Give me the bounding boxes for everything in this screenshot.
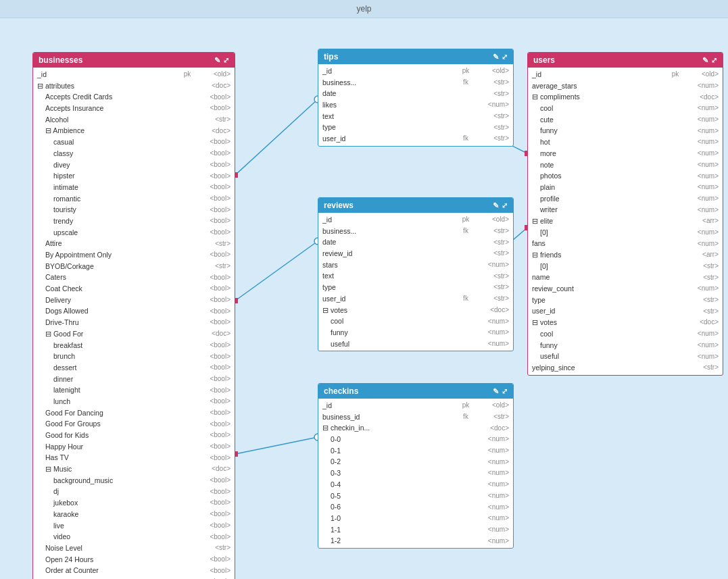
table-row[interactable]: Drive-Thru<bool> bbox=[33, 317, 235, 328]
table-row[interactable]: touristy<bool> bbox=[33, 204, 235, 216]
table-row[interactable]: dj<bool> bbox=[33, 486, 235, 497]
table-row[interactable]: average_stars<num> bbox=[528, 80, 723, 92]
table-row[interactable]: Caters<bool> bbox=[33, 272, 235, 283]
table-row[interactable]: 0-6<num> bbox=[318, 501, 513, 513]
table-row[interactable]: _idpk<old> bbox=[318, 400, 513, 411]
table-row[interactable]: Order at Counter<bool> bbox=[33, 565, 235, 576]
table-row[interactable]: text<str> bbox=[318, 270, 513, 282]
table-row[interactable]: ⊟ Ambience<doc> bbox=[33, 125, 235, 136]
table-row[interactable]: name<str> bbox=[528, 272, 723, 283]
table-row[interactable]: user_idfk<str> bbox=[318, 133, 513, 145]
table-row[interactable]: Noise Level<str> bbox=[33, 543, 235, 554]
table-row[interactable]: type<str> bbox=[318, 282, 513, 293]
table-row[interactable]: cool<num> bbox=[528, 103, 723, 114]
table-row[interactable]: casual<bool> bbox=[33, 136, 235, 148]
table-row[interactable]: upscale<bool> bbox=[33, 227, 235, 238]
table-row[interactable]: useful<num> bbox=[318, 338, 513, 350]
edit-icon[interactable]: ✎ bbox=[702, 56, 708, 65]
table-row[interactable]: Good For Dancing<bool> bbox=[33, 407, 235, 419]
table-row[interactable]: business...fk<str> bbox=[318, 77, 513, 89]
table-row[interactable]: dessert<bool> bbox=[33, 362, 235, 374]
table-row[interactable]: likes<num> bbox=[318, 99, 513, 111]
table-row[interactable]: 0-0<num> bbox=[318, 434, 513, 445]
table-row[interactable]: Has TV<bool> bbox=[33, 452, 235, 463]
table-row[interactable]: type<str> bbox=[318, 122, 513, 133]
table-row[interactable]: lunch<bool> bbox=[33, 396, 235, 407]
expand-icon[interactable]: ⤢ bbox=[502, 201, 508, 210]
table-row[interactable]: trendy<bool> bbox=[33, 216, 235, 227]
table-row[interactable]: intimate<bool> bbox=[33, 182, 235, 193]
table-header-checkins[interactable]: checkins✎⤢ bbox=[318, 384, 513, 399]
table-row[interactable]: brunch<bool> bbox=[33, 351, 235, 362]
table-row[interactable]: _idpk<old> bbox=[528, 69, 723, 80]
table-header-users[interactable]: users✎⤢ bbox=[528, 53, 723, 68]
table-row[interactable]: yelping_since<str> bbox=[528, 362, 723, 374]
table-header-businesses[interactable]: businesses✎⤢ bbox=[33, 53, 235, 68]
expand-icon[interactable]: ⤢ bbox=[711, 56, 717, 65]
table-row[interactable]: latenight<bool> bbox=[33, 384, 235, 396]
table-row[interactable]: Alcohol<str> bbox=[33, 114, 235, 126]
table-row[interactable]: Coat Check<bool> bbox=[33, 283, 235, 295]
table-row[interactable]: live<bool> bbox=[33, 520, 235, 532]
table-row[interactable]: ⊟ Music<doc> bbox=[33, 463, 235, 475]
table-row[interactable]: user_idfk<str> bbox=[318, 293, 513, 305]
table-row[interactable]: Happy Hour<bool> bbox=[33, 441, 235, 453]
expand-icon[interactable]: ⤢ bbox=[223, 56, 229, 65]
table-row[interactable]: ⊟ votes<doc> bbox=[318, 305, 513, 316]
table-row[interactable]: Open 24 Hours<bool> bbox=[33, 554, 235, 565]
table-row[interactable]: text<str> bbox=[318, 111, 513, 122]
table-row[interactable]: Accepts Credit Cards<bool> bbox=[33, 91, 235, 103]
table-row[interactable]: _idpk<old> bbox=[318, 214, 513, 226]
table-row[interactable]: _idpk<old> bbox=[33, 69, 235, 80]
edit-icon[interactable]: ✎ bbox=[214, 56, 220, 65]
table-row[interactable]: cool<num> bbox=[528, 328, 723, 340]
expand-icon[interactable]: ⤢ bbox=[502, 387, 508, 396]
table-row[interactable]: breakfast<bool> bbox=[33, 340, 235, 351]
table-row[interactable]: cool<num> bbox=[318, 316, 513, 327]
table-row[interactable]: [0]<num> bbox=[528, 227, 723, 238]
table-row[interactable]: divey<bool> bbox=[33, 159, 235, 171]
table-row[interactable]: 1-0<num> bbox=[318, 513, 513, 524]
table-row[interactable]: By Appointment Only<bool> bbox=[33, 249, 235, 261]
table-row[interactable]: business...fk<str> bbox=[318, 226, 513, 237]
table-row[interactable]: jukebox<bool> bbox=[33, 497, 235, 509]
table-row[interactable]: 0-3<num> bbox=[318, 468, 513, 479]
table-row[interactable]: useful<num> bbox=[528, 351, 723, 362]
table-row[interactable]: ⊟ friends<arr> bbox=[528, 249, 723, 261]
table-header-tips[interactable]: tips✎⤢ bbox=[318, 49, 513, 64]
table-row[interactable]: business_idfk<str> bbox=[318, 411, 513, 423]
table-row[interactable]: ⊟ elite<arr> bbox=[528, 216, 723, 227]
table-row[interactable]: date<str> bbox=[318, 236, 513, 248]
table-row[interactable]: ⊟ compliments<doc> bbox=[528, 91, 723, 103]
table-row[interactable]: 0-2<num> bbox=[318, 456, 513, 468]
table-row[interactable]: cute<num> bbox=[528, 114, 723, 126]
table-row[interactable]: Delivery<bool> bbox=[33, 295, 235, 306]
table-row[interactable]: Good For Groups<bool> bbox=[33, 418, 235, 430]
table-row[interactable]: 0-1<num> bbox=[318, 445, 513, 457]
table-row[interactable]: funny<num> bbox=[528, 125, 723, 136]
table-row[interactable]: ⊟ Good For<doc> bbox=[33, 328, 235, 340]
table-row[interactable]: date<str> bbox=[318, 88, 513, 99]
table-row[interactable]: Good for Kids<bool> bbox=[33, 430, 235, 441]
edit-icon[interactable]: ✎ bbox=[493, 201, 499, 210]
table-row[interactable]: Accepts Insurance<bool> bbox=[33, 103, 235, 114]
table-row[interactable]: karaoke<bool> bbox=[33, 509, 235, 520]
table-row[interactable]: photos<num> bbox=[528, 170, 723, 182]
table-row[interactable]: classy<bool> bbox=[33, 148, 235, 159]
table-row[interactable]: ⊟ attributes<doc> bbox=[33, 80, 235, 92]
table-row[interactable]: Attire<str> bbox=[33, 238, 235, 249]
table-row[interactable]: Outdoor Seating<bool> bbox=[33, 576, 235, 579]
table-row[interactable]: fans<num> bbox=[528, 238, 723, 249]
table-row[interactable]: profile<num> bbox=[528, 193, 723, 205]
edit-icon[interactable]: ✎ bbox=[493, 387, 499, 396]
table-row[interactable]: user_id<str> bbox=[528, 305, 723, 317]
table-row[interactable]: review_count<num> bbox=[528, 283, 723, 295]
edit-icon[interactable]: ✎ bbox=[493, 53, 499, 61]
expand-icon[interactable]: ⤢ bbox=[502, 53, 508, 61]
table-row[interactable]: more<num> bbox=[528, 148, 723, 159]
table-row[interactable]: [0]<str> bbox=[528, 261, 723, 272]
table-row[interactable]: plain<num> bbox=[528, 182, 723, 193]
table-row[interactable]: stars<num> bbox=[318, 259, 513, 271]
table-row[interactable]: type<str> bbox=[528, 295, 723, 306]
table-row[interactable]: dinner<bool> bbox=[33, 374, 235, 385]
